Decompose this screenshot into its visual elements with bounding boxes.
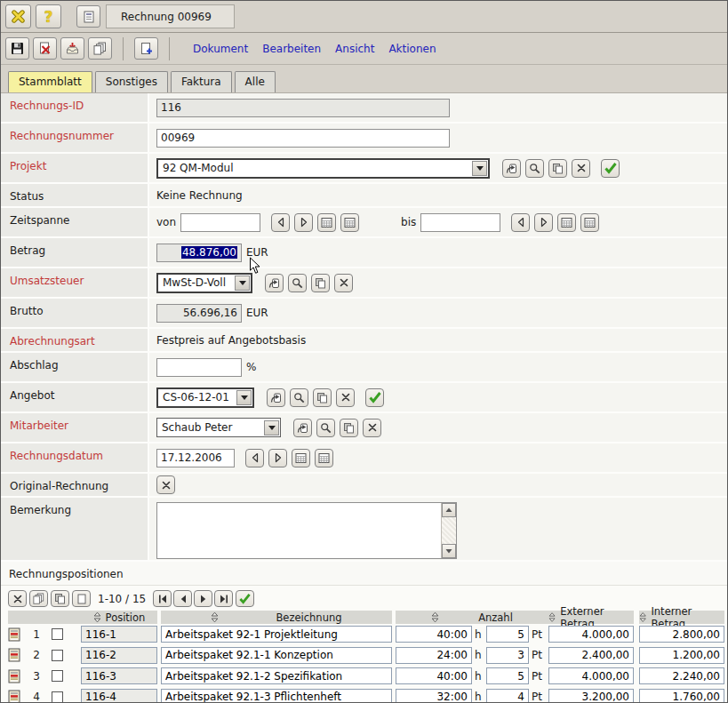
calendar-button[interactable] [557,213,576,232]
save-button[interactable] [5,37,29,60]
calendar-button[interactable] [317,213,336,232]
menu-dokument[interactable]: Dokument [193,43,248,55]
open-position-button[interactable] [8,690,20,703]
projekt-dropdown[interactable]: 92 QM-Modul [156,158,490,179]
copy-position-button[interactable] [29,590,48,607]
column-header-externer-betrag[interactable]: Externer Betrag [548,611,634,624]
next-date-button[interactable] [534,213,553,232]
dropdown-arrow-icon[interactable] [472,161,487,176]
goto-button[interactable] [502,159,521,178]
clear-button[interactable] [334,274,353,292]
hours-field[interactable] [396,647,472,664]
tab-alle[interactable]: Alle [235,71,276,92]
row-checkbox[interactable] [52,691,63,703]
open-position-button[interactable] [8,669,20,683]
externer-betrag-field[interactable] [548,626,634,643]
prev-date-button[interactable] [271,213,290,232]
prev-date-button[interactable] [245,449,264,467]
interner-betrag-field[interactable] [639,667,724,684]
bemerkung-field[interactable] [157,503,441,558]
copy-value-button[interactable] [548,159,567,178]
archive-button[interactable] [60,37,84,60]
umsatzsteuer-dropdown[interactable]: MwSt-D-Voll [156,273,252,293]
interner-betrag-field[interactable] [639,647,724,664]
goto-button[interactable] [265,274,284,292]
search-button[interactable] [288,274,307,292]
position-field[interactable] [81,689,157,703]
position-field[interactable] [81,626,157,643]
copy-document-button[interactable] [88,37,112,60]
tab-sonstiges[interactable]: Sonstiges [95,71,168,92]
rechnungsnummer-field[interactable] [156,129,450,148]
document-button[interactable] [76,5,100,28]
search-button[interactable] [290,388,308,407]
row-checkbox[interactable] [52,628,63,640]
zeitspanne-bis-field[interactable] [420,213,500,232]
copy-value-button[interactable] [340,419,358,437]
dropdown-arrow-icon[interactable] [235,276,250,291]
tab-stammblatt[interactable]: Stammblatt [8,71,92,92]
hours-field[interactable] [396,667,472,684]
last-page-button[interactable] [214,590,233,607]
first-page-button[interactable] [153,590,172,607]
calendar-button[interactable] [292,449,310,467]
calendar-button[interactable] [315,449,333,467]
row-checkbox[interactable] [52,650,63,661]
externer-betrag-field[interactable] [548,667,634,684]
delete-button[interactable] [33,37,57,60]
new-document-button[interactable] [134,37,158,60]
scroll-up-button[interactable] [442,503,456,517]
confirm-button[interactable] [601,159,620,178]
open-position-button[interactable] [8,648,20,662]
bezeichnung-field[interactable] [161,647,392,664]
original-rechnung-clear-button[interactable] [156,475,175,494]
new-position-button[interactable] [72,590,91,607]
angebot-dropdown[interactable]: CS-06-12-01 [156,387,254,408]
clear-button[interactable] [363,419,381,437]
abschlag-field[interactable] [156,358,242,377]
interner-betrag-field[interactable] [639,626,724,643]
interner-betrag-field[interactable] [639,689,724,703]
bemerkung-scrollbar[interactable] [441,503,456,558]
column-header-bezeichnung[interactable]: Bezeichnung [161,611,392,624]
scroll-down-button[interactable] [442,544,456,558]
help-button[interactable]: ? [36,4,61,28]
search-button[interactable] [316,419,335,437]
copy-value-button[interactable] [311,274,330,292]
menu-ansicht[interactable]: Ansicht [335,43,374,55]
bezeichnung-field[interactable] [161,667,392,684]
clear-button[interactable] [336,388,355,407]
hours-field[interactable] [396,689,472,703]
bezeichnung-field[interactable] [161,626,392,643]
next-date-button[interactable] [268,449,287,467]
goto-button[interactable] [267,388,285,407]
delete-position-button[interactable] [8,590,27,607]
zeitspanne-von-field[interactable] [180,213,260,232]
close-button[interactable] [5,4,31,28]
points-field[interactable] [486,647,529,664]
column-header-anzahl[interactable]: Anzahl [396,611,548,624]
clear-button[interactable] [572,159,590,178]
position-field[interactable] [81,667,157,684]
row-checkbox[interactable] [52,670,63,682]
next-date-button[interactable] [294,213,313,232]
brutto-field[interactable] [156,304,242,323]
points-field[interactable] [486,626,529,643]
points-field[interactable] [486,689,529,703]
confirm-button[interactable] [365,388,384,407]
goto-button[interactable] [293,419,312,437]
points-field[interactable] [486,667,529,684]
menu-aktionen[interactable]: Aktionen [388,43,436,55]
tab-faktura[interactable]: Faktura [171,71,232,92]
prev-page-button[interactable] [173,590,192,607]
next-page-button[interactable] [194,590,212,607]
column-header-interner-betrag[interactable]: Interner Betrag [639,611,724,624]
apply-button[interactable] [236,590,254,607]
dropdown-arrow-icon[interactable] [264,420,279,435]
rechnungsdatum-field[interactable] [156,449,235,467]
hours-field[interactable] [396,626,472,643]
position-field[interactable] [81,647,157,664]
bezeichnung-field[interactable] [161,689,392,703]
menu-bearbeiten[interactable]: Bearbeiten [262,43,321,55]
dropdown-arrow-icon[interactable] [236,390,252,405]
